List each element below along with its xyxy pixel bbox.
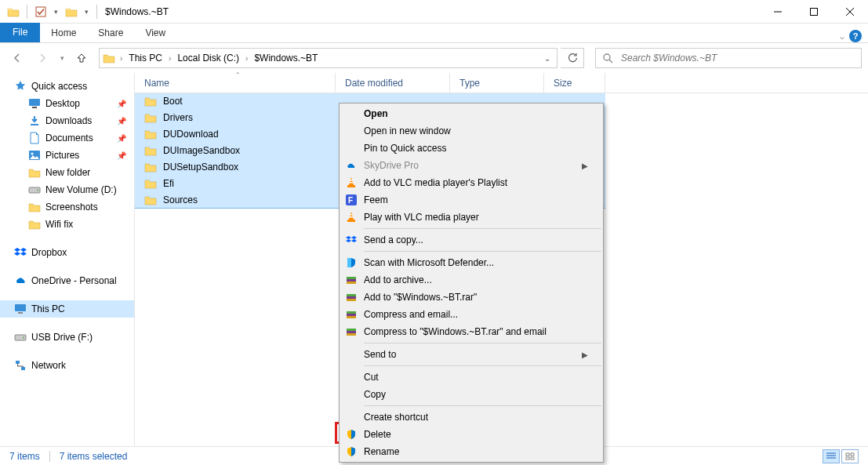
chevron-right-icon[interactable]: › — [165, 54, 174, 63]
recent-chevron-icon[interactable]: ▾ — [56, 47, 67, 69]
star-icon — [14, 80, 27, 93]
sidebar-onedrive[interactable]: OneDrive - Personal — [0, 272, 134, 289]
breadcrumb-label: This PC — [129, 53, 162, 64]
sidebar-dropbox[interactable]: Dropbox — [0, 244, 134, 261]
sidebar-item-volume[interactable]: New Volume (D:) — [0, 181, 134, 198]
col-date[interactable]: Date modified — [336, 73, 450, 93]
ctx-defender[interactable]: Scan with Microsoft Defender... — [340, 254, 602, 271]
svg-rect-14 — [15, 304, 26, 311]
sidebar-item-downloads[interactable]: Downloads📌 — [0, 112, 134, 129]
tab-home[interactable]: Home — [40, 24, 87, 42]
ctx-open-new-window[interactable]: Open in new window — [340, 122, 602, 140]
sidebar-item-pictures[interactable]: Pictures📌 — [0, 147, 134, 164]
ctx-compress-email[interactable]: Compress and email... — [340, 306, 602, 323]
ctx-add-archive[interactable]: Add to archive... — [340, 271, 602, 289]
sidebar-quick-access[interactable]: Quick access — [0, 78, 134, 95]
address-bar[interactable]: › This PC › Local Disk (C:) › $Windows.~… — [99, 48, 557, 68]
ctx-delete[interactable]: Delete — [340, 426, 602, 443]
svg-rect-19 — [21, 367, 25, 370]
ctx-vlc-playlist[interactable]: Add to VLC media player's Playlist — [340, 174, 602, 191]
ctx-pin-quick-access[interactable]: Pin to Quick access — [340, 140, 602, 157]
qat-chevron-icon[interactable]: ▾ — [82, 8, 92, 16]
ctx-rename[interactable]: Rename — [340, 443, 602, 460]
file-name: DUSetupSandbox — [163, 162, 238, 173]
forward-button[interactable] — [31, 47, 53, 69]
chevron-right-icon: ▶ — [582, 351, 588, 359]
close-button[interactable] — [832, 0, 868, 24]
ctx-label: Rename — [364, 446, 399, 457]
folder-icon[interactable] — [63, 3, 80, 20]
drive-icon — [28, 183, 41, 196]
pin-icon: 📌 — [117, 151, 126, 160]
sidebar-label: USB Drive (F:) — [31, 332, 93, 343]
view-details-button[interactable] — [823, 449, 840, 463]
ctx-compress-rar-email[interactable]: Compress to "$Windows.~BT.rar" and email — [340, 323, 602, 340]
up-button[interactable] — [71, 47, 93, 69]
svg-rect-23 — [846, 453, 849, 456]
chevron-right-icon: ▶ — [582, 162, 588, 170]
minimize-button[interactable] — [760, 0, 796, 24]
search-input[interactable] — [619, 52, 855, 64]
ctx-skydrive[interactable]: SkyDrive Pro▶ — [340, 157, 602, 174]
refresh-button[interactable] — [561, 48, 584, 68]
ribbon: File Home Share View ⌵ ? — [0, 24, 868, 43]
ctx-label: Add to archive... — [364, 274, 432, 285]
ctx-vlc-play[interactable]: Play with VLC media player — [340, 209, 602, 226]
sidebar-item-folder[interactable]: Screenshots — [0, 198, 134, 216]
maximize-button[interactable] — [796, 0, 832, 24]
svg-rect-8 — [32, 107, 37, 108]
svg-rect-27 — [347, 185, 355, 187]
ctx-create-shortcut[interactable]: Create shortcut — [340, 409, 602, 426]
breadcrumb-segment[interactable]: Local Disk (C:) — [176, 53, 241, 64]
col-size[interactable]: Size — [544, 73, 605, 93]
ctx-feem[interactable]: FFeem — [340, 191, 602, 209]
chevron-right-icon[interactable]: › — [117, 54, 125, 63]
help-icon[interactable]: ? — [849, 30, 862, 42]
sidebar-item-desktop[interactable]: Desktop📌 — [0, 95, 134, 112]
breadcrumb-segment[interactable]: $Windows.~BT — [252, 53, 319, 64]
view-large-icons-button[interactable] — [841, 449, 859, 463]
col-label: Size — [554, 78, 572, 89]
search-box[interactable] — [595, 48, 862, 68]
ctx-cut[interactable]: Cut — [340, 369, 602, 386]
separator — [27, 5, 27, 19]
sidebar-item-documents[interactable]: Documents📌 — [0, 129, 134, 147]
qat-chevron-icon[interactable]: ▾ — [51, 8, 61, 16]
svg-rect-15 — [18, 312, 23, 314]
file-name: DUImageSandbox — [163, 145, 240, 156]
winrar-icon — [345, 274, 358, 286]
sidebar-label: Wifi fix — [45, 219, 73, 230]
ctx-add-rar[interactable]: Add to "$Windows.~BT.rar" — [340, 289, 602, 306]
col-label: Name — [144, 78, 169, 89]
tab-view[interactable]: View — [134, 24, 176, 42]
ctx-copy[interactable]: Copy — [340, 386, 602, 403]
winrar-icon — [345, 291, 358, 303]
ribbon-collapse-icon[interactable]: ⌵ — [840, 32, 844, 41]
properties-checkbox-icon[interactable] — [32, 3, 49, 20]
sidebar-item-folder[interactable]: Wifi fix — [0, 216, 134, 233]
col-type[interactable]: Type — [450, 73, 544, 93]
folder-icon — [144, 111, 157, 124]
ctx-open[interactable]: Open — [340, 105, 602, 122]
shield-icon — [345, 445, 358, 458]
ctx-label: Send to — [364, 349, 396, 360]
folder-icon[interactable] — [5, 3, 22, 20]
address-dropdown-icon[interactable]: ⌄ — [544, 54, 554, 63]
folder-icon — [28, 218, 41, 231]
chevron-right-icon[interactable]: › — [242, 54, 251, 63]
back-button[interactable] — [6, 47, 28, 69]
ctx-send-to[interactable]: Send to▶ — [340, 346, 602, 363]
sidebar: Quick access Desktop📌 Downloads📌 Documen… — [0, 73, 135, 446]
breadcrumb-segment[interactable]: This PC — [127, 53, 164, 64]
separator — [364, 343, 601, 343]
sidebar-network[interactable]: Network — [0, 357, 134, 374]
feem-icon: F — [345, 194, 358, 206]
svg-rect-0 — [36, 7, 45, 16]
tab-file[interactable]: File — [0, 23, 40, 42]
sidebar-this-pc[interactable]: This PC — [0, 300, 134, 318]
sidebar-item-folder[interactable]: New folder — [0, 164, 134, 181]
tab-share[interactable]: Share — [87, 24, 134, 42]
svg-rect-29 — [349, 182, 353, 183]
sidebar-usb[interactable]: USB Drive (F:) — [0, 329, 134, 346]
ctx-send-copy[interactable]: Send a copy... — [340, 231, 602, 249]
